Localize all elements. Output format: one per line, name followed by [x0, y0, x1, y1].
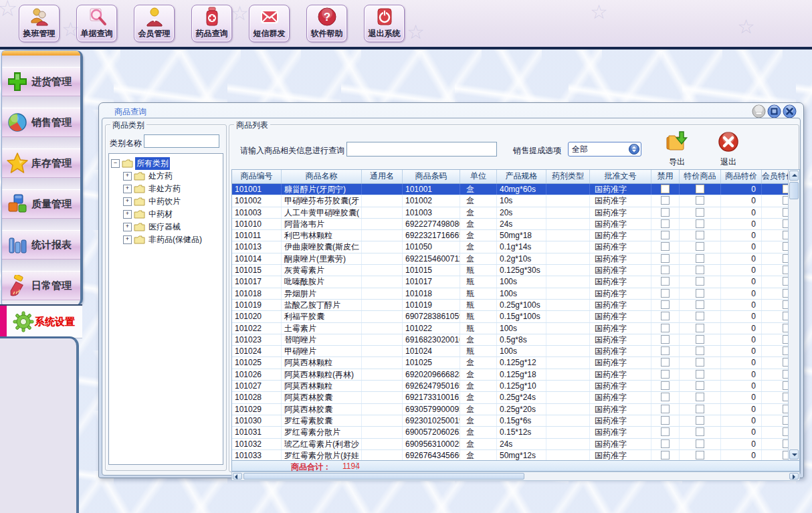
collapse-icon[interactable] — [111, 159, 120, 168]
special-item-checkbox[interactable] — [696, 405, 704, 413]
special-item-checkbox[interactable] — [696, 370, 704, 379]
scroll-right-button[interactable] — [789, 473, 799, 480]
disabled-checkbox[interactable] — [661, 300, 670, 309]
disabled-checkbox[interactable] — [661, 312, 670, 320]
disabled-checkbox[interactable] — [661, 254, 670, 263]
table-row[interactable]: 101032 琥乙红霉素片(利君沙 6909563100025 盒 24s 国药… — [232, 439, 799, 450]
column-header-code[interactable]: 商品编号 — [232, 170, 282, 183]
table-row[interactable]: 101025 阿莫西林颗粒 101025 盒 0.125g*12 国药准字 — [232, 357, 799, 369]
scroll-up-button[interactable] — [789, 171, 799, 181]
table-row[interactable]: 101026 阿莫西林颗粒(再林) 6920209666828 盒 0.125g… — [232, 369, 799, 381]
table-row[interactable]: 101027 阿莫西林颗粒 6926247950165 盒 0.125g*10 … — [232, 381, 799, 392]
disabled-checkbox[interactable] — [661, 358, 670, 367]
sidebar-item-quality-management[interactable]: 质量管理 — [2, 189, 80, 219]
category-name-input[interactable] — [144, 134, 219, 148]
table-row[interactable]: 101002 甲硝唑芬布芬胶囊(牙 101002 盒 10s 国药准字 — [232, 195, 799, 207]
expand-icon[interactable] — [123, 172, 132, 181]
special-item-checkbox[interactable] — [696, 289, 704, 298]
table-row[interactable]: 101017 吡嗪酰胺片 101017 瓶 100s 国药准字 — [232, 276, 799, 288]
sidebar-item-sales-management[interactable]: 销售管理 — [2, 108, 80, 137]
table-row[interactable]: 101022 土霉素片 101022 瓶 100s 国药准字 — [232, 323, 799, 334]
disabled-checkbox[interactable] — [661, 208, 670, 217]
scroll-down-button[interactable] — [789, 449, 799, 459]
toolbar-button-medicine-query[interactable]: 药品查询 — [191, 5, 232, 42]
disabled-checkbox[interactable] — [661, 381, 670, 390]
table-row[interactable]: 101015 灰黄霉素片 101015 瓶 0.125g*30s 国药准字 — [232, 265, 799, 276]
tree-item[interactable]: 医疗器械 — [123, 221, 223, 233]
disabled-checkbox[interactable] — [661, 405, 670, 413]
disabled-checkbox[interactable] — [661, 427, 670, 436]
disabled-checkbox[interactable] — [661, 242, 670, 251]
table-row[interactable]: 101011 利巴韦林颗粒 6922321716665 盒 50mg*18 国药… — [232, 230, 799, 241]
export-button[interactable]: 导出 — [661, 130, 693, 168]
disabled-checkbox[interactable] — [661, 335, 670, 344]
table-row[interactable]: 101023 替哨唑片 6916823020016 盒 0.5g*8s 国药准字 — [232, 334, 799, 346]
table-row[interactable]: 101028 阿莫西林胶囊 6921733100161 盒 0.25g*24s … — [232, 392, 799, 403]
special-item-checkbox[interactable] — [696, 266, 704, 274]
column-header-special-item[interactable]: 特价商品 — [680, 170, 721, 183]
special-item-checkbox[interactable] — [696, 451, 704, 459]
scroll-left-button[interactable] — [233, 473, 242, 480]
tree-item[interactable]: 非药品(保健品) — [123, 233, 223, 246]
column-header-name[interactable]: 商品名称 — [282, 170, 362, 183]
disabled-checkbox[interactable] — [661, 370, 670, 379]
column-header-barcode[interactable]: 商品条码 — [403, 170, 460, 183]
close-button[interactable] — [783, 104, 797, 118]
disabled-checkbox[interactable] — [661, 416, 670, 425]
sidebar-item-system-settings[interactable]: 系统设置 — [0, 304, 82, 338]
expand-icon[interactable] — [123, 210, 132, 219]
column-header-special-price[interactable]: 商品特价 — [721, 170, 762, 183]
expand-icon[interactable] — [123, 223, 132, 231]
table-row[interactable]: 101010 阿昔洛韦片 6922277498080 盒 24s 国药准字 — [232, 219, 799, 230]
special-item-checkbox[interactable] — [696, 208, 704, 217]
column-header-drug-type[interactable]: 药剂类型 — [546, 170, 590, 183]
sidebar-item-statistics-reports[interactable]: 统计报表 — [2, 230, 80, 260]
tree-item[interactable]: 非处方药 — [123, 183, 223, 195]
disabled-checkbox[interactable] — [661, 439, 670, 448]
special-item-checkbox[interactable] — [696, 393, 704, 401]
minimize-button[interactable] — [752, 104, 766, 118]
sidebar-item-daily-management[interactable]: 日常管理 — [2, 271, 80, 300]
column-header-member-special[interactable]: 会员特价 — [762, 170, 790, 183]
special-item-checkbox[interactable] — [696, 346, 704, 355]
table-row[interactable]: 101019 盐酸乙胺丁醇片 101019 瓶 0.25g*100s 国药准字 — [232, 300, 799, 311]
sidebar-item-inventory-management[interactable]: 库存管理 — [2, 148, 80, 178]
commission-select[interactable]: 全部 — [568, 142, 641, 157]
vertical-scrollbar-thumb[interactable] — [789, 182, 799, 199]
special-item-checkbox[interactable] — [696, 219, 704, 228]
disabled-checkbox[interactable] — [661, 266, 670, 274]
special-item-checkbox[interactable] — [696, 324, 704, 332]
special-item-checkbox[interactable] — [696, 300, 704, 309]
special-item-checkbox[interactable] — [696, 231, 704, 239]
toolbar-button-shift-management[interactable]: 换班管理 — [19, 5, 60, 42]
tree-item[interactable]: 处方药 — [123, 170, 223, 183]
tree-item-all-categories[interactable]: 所有类别 — [111, 157, 223, 170]
disabled-checkbox[interactable] — [661, 451, 670, 459]
disabled-checkbox[interactable] — [661, 231, 670, 239]
disabled-checkbox[interactable] — [661, 277, 670, 286]
table-row[interactable]: 101013 伊曲康唑胶囊(斯皮仁 101050 盒 0.1g*14s 国药准字 — [232, 241, 799, 253]
special-item-checkbox[interactable] — [696, 242, 704, 251]
product-search-input[interactable] — [346, 142, 497, 157]
special-item-checkbox[interactable] — [696, 196, 704, 205]
disabled-checkbox[interactable] — [661, 346, 670, 355]
special-item-checkbox[interactable] — [696, 381, 704, 390]
special-item-checkbox[interactable] — [696, 358, 704, 367]
horizontal-scrollbar-thumb[interactable] — [243, 473, 524, 480]
column-header-generic[interactable]: 通用名 — [362, 170, 403, 183]
toolbar-button-member-management[interactable]: 会员管理 — [134, 5, 175, 42]
tree-item-label[interactable]: 所有类别 — [135, 157, 170, 170]
column-header-unit[interactable]: 单位 — [460, 170, 497, 183]
disabled-checkbox[interactable] — [661, 289, 670, 298]
column-header-approval[interactable]: 批准文号 — [590, 170, 651, 183]
table-row[interactable]: 101033 罗红霉素分散片(好娃 6926764345666 盒 50mg*1… — [232, 450, 799, 461]
toolbar-button-receipt-query[interactable]: 单据查询 — [76, 5, 117, 42]
special-item-checkbox[interactable] — [696, 185, 704, 193]
toolbar-button-exit-system[interactable]: 退出系统 — [364, 5, 405, 42]
special-item-checkbox[interactable] — [696, 427, 704, 436]
special-item-checkbox[interactable] — [696, 277, 704, 286]
horizontal-scrollbar[interactable] — [231, 472, 800, 481]
sidebar-item-purchase-management[interactable]: 进货管理 — [2, 67, 80, 96]
expand-icon[interactable] — [123, 197, 132, 206]
disabled-checkbox[interactable] — [661, 185, 670, 193]
